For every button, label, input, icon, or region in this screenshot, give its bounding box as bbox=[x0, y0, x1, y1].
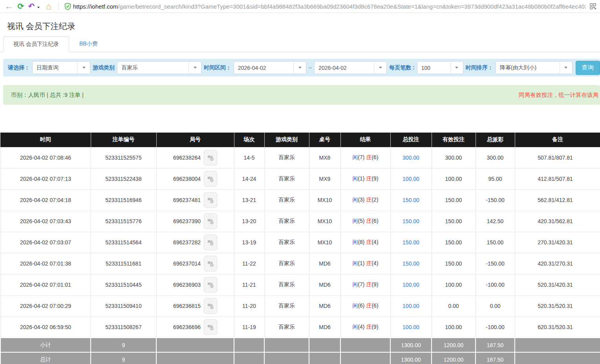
column-header: 总派彩 bbox=[476, 133, 515, 147]
video-film-icon bbox=[207, 218, 214, 225]
cell-result: 闲(7) 庄(9) bbox=[340, 274, 390, 295]
video-replay-button[interactable] bbox=[204, 192, 217, 208]
date-to-input[interactable]: 2026-04-02 bbox=[314, 61, 387, 74]
result-banker-score: (4) bbox=[371, 260, 378, 266]
cell-session: 11-19 bbox=[234, 317, 264, 338]
page-size-select[interactable]: 100 bbox=[417, 61, 463, 74]
cell-session: 11-20 bbox=[234, 295, 264, 317]
sort-order-select[interactable]: 降幂(由大到小) bbox=[496, 61, 573, 74]
sort-order-value: 降幂(由大到小) bbox=[496, 64, 560, 71]
cell-bet-id: 523311525575 bbox=[91, 147, 156, 168]
cell-table-id: MX10 bbox=[309, 189, 340, 211]
video-replay-button[interactable] bbox=[204, 235, 217, 250]
cell-round-id: 696236903 bbox=[156, 274, 234, 295]
cell-time: 2026-04-02 07:04:18 bbox=[0, 189, 91, 211]
query-mode-value: 日期查询 bbox=[33, 64, 77, 71]
undo-dropdown-icon[interactable] bbox=[37, 7, 40, 8]
chevron-down-icon[interactable] bbox=[374, 62, 386, 74]
page-size-label: 每页笔数 : bbox=[389, 64, 415, 71]
address-bar[interactable]: https://iohetf.com/game/betrecord_search… bbox=[73, 3, 586, 10]
video-replay-button[interactable] bbox=[204, 277, 217, 293]
cell-session: 11-21 bbox=[234, 274, 264, 295]
total-bet-link[interactable]: 150.00 bbox=[402, 197, 419, 203]
total-bet-link[interactable]: 150.00 bbox=[402, 260, 419, 267]
tab-bb-tips[interactable]: BB小费 bbox=[69, 36, 108, 52]
total-bet-link[interactable]: 100.00 bbox=[402, 282, 419, 288]
search-button[interactable]: 查询 bbox=[576, 61, 600, 75]
cell-valid-bet: 100.00 bbox=[432, 317, 476, 338]
video-replay-button[interactable] bbox=[204, 150, 217, 166]
cell-total-bet: 100.00 bbox=[390, 168, 432, 189]
result-player-label: 闲 bbox=[352, 260, 358, 266]
cell-total-bet: 100.00 bbox=[390, 274, 432, 295]
result-banker-label: 庄 bbox=[366, 302, 371, 309]
video-film-icon bbox=[207, 154, 214, 161]
table-body: 2026-04-02 07:08:46523311525575696238264… bbox=[0, 147, 600, 338]
cell-total-bet: 100.00 bbox=[390, 317, 432, 338]
cell-valid-bet: 300.00 bbox=[432, 147, 476, 168]
url-domain: https://iohetf.com bbox=[73, 3, 118, 10]
video-film-icon bbox=[207, 260, 214, 267]
back-icon[interactable]: ← bbox=[4, 1, 14, 11]
cell-valid-bet: 0.00 bbox=[432, 295, 476, 317]
currency-total-text: 币别：人民币 | 总共 :9 注单 | bbox=[11, 91, 84, 99]
video-replay-button[interactable] bbox=[204, 319, 217, 335]
total-bet-link[interactable]: 300.00 bbox=[402, 155, 419, 161]
total-bet-link[interactable]: 100.00 bbox=[402, 303, 419, 309]
tab-bet-records[interactable]: 视讯 会员下注纪录 bbox=[3, 36, 69, 52]
cell-time: 2026-04-02 07:00:29 bbox=[0, 295, 91, 317]
total-bet-link[interactable]: 100.00 bbox=[402, 324, 419, 330]
result-banker-label: 庄 bbox=[366, 218, 371, 224]
round-number: 696236903 bbox=[173, 282, 201, 288]
home-icon[interactable]: ⌂ bbox=[44, 1, 54, 11]
video-replay-button[interactable] bbox=[204, 256, 217, 271]
cell-game-type: 百家乐 bbox=[264, 317, 309, 338]
video-replay-button[interactable] bbox=[204, 213, 217, 229]
round-number: 696237390 bbox=[173, 218, 201, 224]
round-number: 696236696 bbox=[173, 324, 201, 330]
result-player-score: (1) bbox=[358, 260, 364, 266]
cell-payout: -100.00 bbox=[476, 274, 515, 295]
refresh-icon[interactable]: ⟳ bbox=[16, 1, 26, 11]
date-from-value: 2026-04-02 bbox=[234, 65, 293, 71]
qr-code-icon[interactable] bbox=[590, 3, 596, 9]
total-bet-link[interactable]: 100.00 bbox=[402, 176, 419, 182]
security-shield-icon[interactable] bbox=[64, 1, 71, 11]
chevron-down-icon[interactable] bbox=[560, 62, 572, 74]
chevron-down-icon[interactable] bbox=[188, 62, 201, 74]
cell-session: 13-20 bbox=[234, 211, 264, 232]
chevron-down-icon[interactable] bbox=[77, 62, 90, 74]
cell-session: 14-24 bbox=[234, 168, 264, 189]
game-type-label: 游戏类别 bbox=[93, 64, 115, 71]
chevron-down-icon[interactable] bbox=[450, 62, 463, 74]
result-player-label: 闲 bbox=[352, 218, 358, 224]
total-valid-bet: 1200.00 bbox=[432, 352, 476, 364]
cell-note: 520.31/520.31 bbox=[515, 295, 600, 317]
cell-table-id: MX9 bbox=[309, 168, 340, 189]
cell-table-id: MX8 bbox=[309, 147, 340, 168]
cell-round-id: 696238264 bbox=[156, 147, 234, 168]
undo-icon[interactable]: ↶ bbox=[27, 1, 35, 11]
game-type-select[interactable]: 百家乐 bbox=[117, 61, 201, 74]
cell-game-type: 百家乐 bbox=[264, 189, 309, 211]
result-player-label: 闲 bbox=[352, 154, 358, 160]
cell-payout: -150.00 bbox=[476, 253, 515, 274]
query-mode-select[interactable]: 日期查询 bbox=[32, 61, 90, 74]
cell-time: 2026-04-02 07:01:38 bbox=[0, 253, 91, 274]
tab-bar: 视讯 会员下注纪录 BB小费 bbox=[0, 37, 600, 52]
chevron-down-icon[interactable] bbox=[293, 62, 306, 74]
cell-table-id: MD6 bbox=[309, 317, 340, 338]
video-replay-button[interactable] bbox=[204, 298, 217, 314]
date-from-input[interactable]: 2026-04-02 bbox=[234, 61, 306, 74]
video-replay-button[interactable] bbox=[204, 171, 217, 187]
cell-note: 620.31/520.31 bbox=[515, 317, 600, 338]
subtotal-count: 9 bbox=[91, 338, 156, 352]
total-bet-link[interactable]: 150.00 bbox=[402, 218, 419, 224]
query-mode-label: 请选择： bbox=[8, 64, 30, 71]
column-header: 结果 bbox=[340, 133, 390, 147]
cell-table-id: MD6 bbox=[309, 274, 340, 295]
cell-bet-id: 523311516946 bbox=[91, 189, 156, 211]
cell-total-bet: 150.00 bbox=[390, 232, 432, 253]
total-bet-link[interactable]: 150.00 bbox=[402, 239, 419, 246]
cell-total-bet: 100.00 bbox=[390, 295, 432, 317]
